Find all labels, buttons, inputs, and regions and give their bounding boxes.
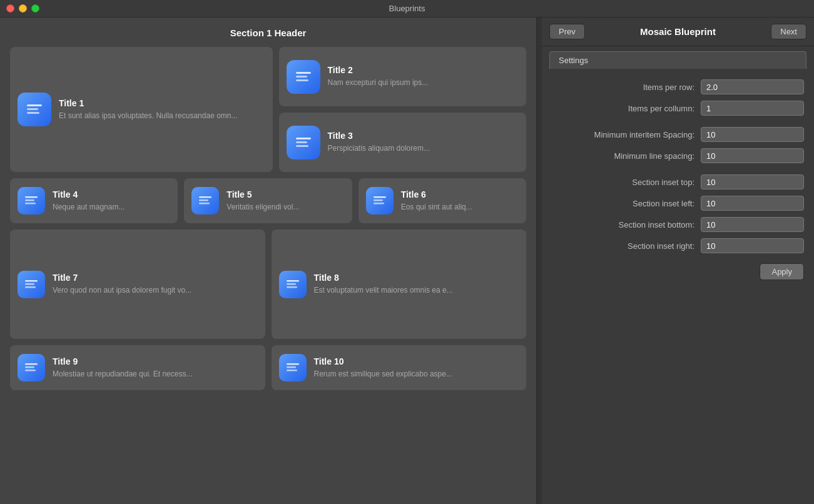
svg-rect-12 [199, 196, 211, 198]
list-item[interactable]: Title 1 Et sunt alias ipsa voluptates. N… [10, 47, 273, 172]
svg-rect-3 [296, 72, 311, 74]
min-line-input[interactable] [701, 148, 804, 163]
item-subtitle: Molestiae ut repudiandae qui. Et necess.… [53, 369, 258, 380]
item-subtitle: Vero quod non aut ipsa dolorem fugit vo.… [53, 285, 258, 296]
traffic-lights [6, 4, 39, 13]
settings-content: Items per row: Items per collumn: Minimu… [542, 69, 814, 504]
grid-row-3: Title 7 Vero quod non aut ipsa dolorem f… [10, 229, 526, 339]
item-icon [18, 354, 45, 381]
right-panel: Prev Mosaic Blueprint Next Settings Item… [542, 18, 814, 504]
item-subtitle: Eos qui sint aut aliq... [401, 202, 519, 213]
items-per-row-row: Items per row: [552, 79, 804, 94]
svg-rect-18 [25, 280, 38, 282]
item-icon [18, 187, 45, 214]
list-item[interactable]: Title 5 Veritatis eligendi vol... [184, 178, 352, 223]
section-inset-left-row: Section inset left: [552, 196, 804, 211]
items-per-column-label: Items per collumn: [628, 104, 694, 113]
item-icon [287, 126, 320, 159]
svg-rect-16 [374, 199, 383, 201]
items-per-row-label: Items per row: [643, 83, 694, 92]
prev-button[interactable]: Prev [549, 24, 585, 39]
right-stack: Title 2 Nam excepturi qui ipsum ips... T… [279, 47, 527, 172]
item-text: Title 4 Neque aut magnam... [53, 189, 170, 213]
main-container: Section 1 Header Title 1 Et sunt alias i… [0, 18, 814, 504]
svg-rect-4 [296, 76, 307, 78]
item-title: Title 5 [226, 189, 344, 199]
list-item[interactable]: Title 8 Est voluptatum velit maiores omn… [272, 229, 527, 339]
item-title: Title 10 [314, 356, 519, 366]
section-inset-bottom-label: Section inset bottom: [619, 220, 694, 229]
min-line-label: Minimum line spacing: [614, 151, 694, 161]
svg-rect-15 [374, 196, 386, 198]
svg-rect-2 [27, 112, 39, 114]
item-subtitle: Rerum est similique sed explicabo aspe..… [314, 369, 519, 380]
svg-rect-17 [374, 203, 384, 204]
item-title: Title 9 [53, 356, 258, 366]
list-item[interactable]: Title 10 Rerum est similique sed explica… [272, 345, 527, 390]
list-item[interactable]: Title 3 Perspiciatis aliquam dolorem... [279, 113, 527, 172]
item-text: Title 10 Rerum est similique sed explica… [314, 356, 519, 380]
left-panel[interactable]: Section 1 Header Title 1 Et sunt alias i… [0, 18, 537, 504]
panel-divider[interactable] [537, 18, 542, 504]
item-title: Title 7 [53, 273, 258, 283]
item-title: Title 6 [401, 189, 519, 199]
list-item[interactable]: Title 9 Molestiae ut repudiandae qui. Et… [10, 345, 265, 390]
section-inset-left-input[interactable] [701, 196, 804, 211]
svg-rect-8 [296, 145, 308, 147]
list-item[interactable]: Title 6 Eos qui sint aut aliq... [359, 178, 526, 223]
section-inset-top-input[interactable] [701, 174, 804, 189]
section-inset-right-input[interactable] [701, 238, 804, 253]
maximize-button[interactable] [31, 4, 39, 13]
apply-button[interactable]: Apply [760, 263, 804, 280]
minimize-button[interactable] [19, 4, 27, 13]
item-title: Title 1 [59, 98, 265, 108]
section-inset-bottom-input[interactable] [701, 217, 804, 232]
svg-rect-5 [296, 79, 308, 81]
item-text: Title 5 Veritatis eligendi vol... [226, 189, 344, 213]
svg-rect-29 [287, 370, 297, 371]
item-text: Title 8 Est voluptatum velit maiores omn… [314, 273, 519, 296]
item-icon [18, 271, 45, 298]
item-text: Title 2 Nam excepturi qui ipsum ips... [328, 65, 519, 88]
svg-rect-26 [25, 370, 36, 371]
close-button[interactable] [6, 4, 14, 13]
section-inset-top-row: Section inset top: [552, 174, 804, 189]
section-inset-right-row: Section inset right: [552, 238, 804, 253]
list-item[interactable]: Title 7 Vero quod non aut ipsa dolorem f… [10, 229, 265, 339]
item-text: Title 9 Molestiae ut repudiandae qui. Et… [53, 356, 258, 380]
settings-tab[interactable]: Settings [549, 51, 806, 69]
item-text: Title 7 Vero quod non aut ipsa dolorem f… [53, 273, 258, 296]
items-per-row-input[interactable] [701, 79, 804, 94]
min-interitem-row: Minimum interitem Spacing: [552, 127, 804, 142]
item-subtitle: Et sunt alias ipsa voluptates. Nulla rec… [59, 111, 265, 121]
item-subtitle: Veritatis eligendi vol... [226, 202, 344, 213]
section-inset-left-label: Section inset left: [633, 199, 694, 208]
svg-rect-24 [25, 363, 38, 365]
min-interitem-label: Minimum interitem Spacing: [594, 130, 694, 139]
svg-rect-6 [296, 138, 311, 139]
section-inset-top-label: Section inset top: [632, 178, 694, 187]
item-icon [279, 271, 307, 298]
min-interitem-input[interactable] [701, 127, 804, 142]
list-item[interactable]: Title 4 Neque aut magnam... [10, 178, 178, 223]
svg-rect-13 [199, 199, 208, 201]
item-title: Title 3 [328, 131, 519, 141]
item-title: Title 2 [328, 65, 519, 75]
svg-rect-20 [25, 286, 36, 288]
svg-rect-11 [25, 203, 36, 204]
svg-rect-25 [25, 366, 34, 368]
svg-rect-7 [296, 141, 307, 143]
items-per-column-row: Items per collumn: [552, 101, 804, 116]
item-subtitle: Est voluptatum velit maiores omnis ea e.… [314, 285, 519, 296]
svg-rect-1 [27, 108, 38, 110]
section-inset-bottom-row: Section inset bottom: [552, 217, 804, 232]
list-item[interactable]: Title 2 Nam excepturi qui ipsum ips... [279, 47, 527, 106]
item-title: Title 4 [53, 189, 170, 199]
right-panel-header: Prev Mosaic Blueprint Next [542, 18, 814, 46]
items-per-column-input[interactable] [701, 101, 804, 116]
grid-row-2: Title 4 Neque aut magnam... Title 5 Veri… [10, 178, 526, 223]
svg-rect-22 [287, 283, 296, 285]
item-subtitle: Perspiciatis aliquam dolorem... [328, 143, 519, 154]
next-button[interactable]: Next [771, 24, 806, 39]
item-icon [18, 93, 51, 126]
